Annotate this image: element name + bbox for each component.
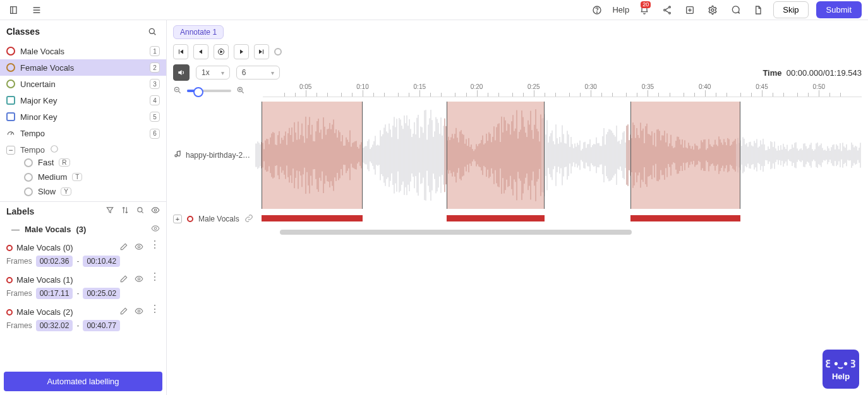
document-icon[interactable] [750,3,766,18]
collapse-icon[interactable]: − [6,146,15,155]
waveform-region[interactable] [262,102,363,209]
share-icon[interactable] [660,3,675,18]
annotation-bar[interactable] [630,215,741,221]
skip-end-icon[interactable] [254,44,269,59]
label-group-head[interactable]: — Male Vocals (3) [0,220,166,239]
eye-icon[interactable] [135,242,143,253]
waveform-area[interactable] [255,102,868,209]
class-row-uncertain[interactable]: Uncertain3 [0,76,166,92]
edit-icon[interactable] [119,274,128,285]
annotation-area[interactable] [255,215,868,223]
frames-label: Frames [6,321,32,330]
chevron-down-icon: ▾ [271,69,274,76]
label-item[interactable]: Male Vocals (2)⋮Frames00:32.02-00:40.77 [0,303,166,335]
labels-eye-icon[interactable] [151,206,160,216]
waveform-region[interactable] [630,102,741,209]
labels-search-icon[interactable] [136,206,145,216]
radio-icon [24,158,33,167]
submit-button[interactable]: Submit [816,1,862,18]
zoom-in-icon[interactable] [236,86,245,97]
label-item[interactable]: Male Vocals (1)⋮Frames00:17.11-00:25.02 [0,271,166,303]
group-eye-icon[interactable] [151,224,160,235]
annotation-bar[interactable] [447,215,545,221]
ruler-tick-label: 0:35 [642,83,654,90]
frame-end: 00:40.77 [83,320,120,331]
speed-value: 1x [202,68,210,77]
edit-icon[interactable] [119,242,128,253]
class-hotkey: 1 [150,46,160,56]
class-name: Uncertain [20,80,56,89]
annotation-label-col: + Male Vocals [173,214,255,225]
label-group-count: (3) [76,225,86,234]
expand-icon[interactable]: + [173,215,182,223]
tempo-option-medium[interactable]: MediumT [24,170,160,184]
class-color-icon [6,112,15,121]
classes-title: Classes [6,27,40,37]
time-ruler[interactable]: 0:050:100:150:200:250:300:350:400:450:50 [263,85,862,97]
filter-icon[interactable] [105,206,114,216]
back-icon[interactable] [6,3,21,18]
annotation-bar[interactable] [262,215,363,221]
link-icon[interactable] [244,214,253,225]
scrollbar-thumb[interactable] [280,230,632,235]
collapse-icon[interactable]: — [11,225,20,234]
eye-icon[interactable] [135,274,143,285]
class-hotkey: 2 [150,62,160,73]
tempo-option-label: Fast [38,158,54,167]
class-color-icon [6,47,15,56]
more-icon[interactable]: ⋮ [150,242,160,253]
volume-icon[interactable] [173,64,190,81]
automated-labelling-button[interactable]: Automated labelling [4,372,162,391]
frames-label: Frames [6,257,32,266]
ruler-tick-label: 0:15 [414,83,426,90]
class-row-tempo[interactable]: Tempo6 [0,125,166,142]
waveform-region[interactable] [447,102,545,209]
track-label-col: happy-birthday-2… [173,150,255,161]
classes-search-icon[interactable] [145,24,160,39]
more-icon[interactable]: ⋮ [150,274,160,285]
zoom-out-icon[interactable] [173,86,182,97]
help-icon[interactable] [589,3,605,18]
help-widget[interactable]: ꒰•‿•꒱ Help [823,350,859,389]
class-row-minor-key[interactable]: Minor Key5 [0,109,166,125]
menu-icon[interactable] [29,3,44,18]
frame-select[interactable]: 6 ▾ [236,66,280,80]
tempo-option-slow[interactable]: SlowY [24,184,160,199]
help-label[interactable]: Help [612,5,629,15]
chevron-down-icon: ▾ [221,69,224,76]
labels-header: Labels [0,201,166,220]
label-name: Male Vocals (0) [16,243,73,252]
zoom-slider[interactable] [187,90,231,92]
add-icon[interactable] [682,3,697,18]
class-name: Male Vocals [20,47,64,56]
sort-icon[interactable] [121,206,130,216]
eye-icon[interactable] [135,307,143,317]
class-row-female-vocals[interactable]: Female Vocals2 [0,59,166,76]
label-item[interactable]: Male Vocals (0)⋮Frames00:02.36-00:10.42 [0,239,166,271]
info-icon[interactable] [50,144,59,155]
speed-select[interactable]: 1x ▾ [196,66,230,80]
frame-start: 00:02.36 [36,256,73,267]
class-name: Tempo [20,129,45,138]
play-icon[interactable] [214,44,229,59]
time-display: Time 00:00.000/01:19.543 [763,68,862,78]
edit-icon[interactable] [119,307,128,317]
class-hotkey: 4 [150,95,160,105]
skip-button[interactable]: Skip [773,1,808,18]
tempo-option-fast[interactable]: FastR [24,155,160,170]
class-row-major-key[interactable]: Major Key4 [0,92,166,109]
annotate-tab[interactable]: Annotate 1 [173,25,224,39]
settings-icon[interactable] [705,3,720,18]
prev-frame-icon[interactable] [193,44,208,59]
notifications-icon[interactable]: 20 [637,3,652,18]
frame-sep: - [76,257,79,266]
class-row-male-vocals[interactable]: Male Vocals1 [0,43,166,59]
comments-icon[interactable] [728,3,743,18]
playhead-marker-icon[interactable] [274,48,282,56]
ruler-tick-label: 0:10 [356,83,368,90]
timeline-scrollbar[interactable] [262,230,868,235]
next-frame-icon[interactable] [234,44,249,59]
svg-point-4 [669,12,671,14]
more-icon[interactable]: ⋮ [150,307,160,317]
skip-start-icon[interactable] [173,44,188,59]
